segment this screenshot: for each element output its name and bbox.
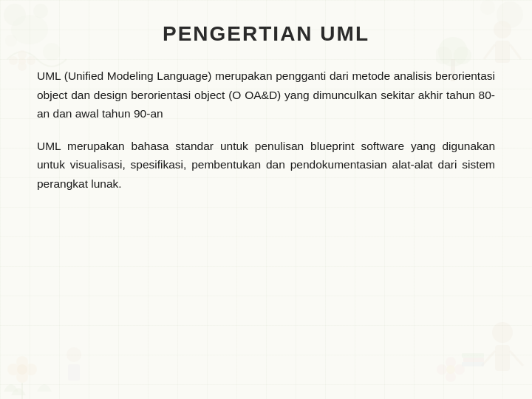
svg-rect-38 (463, 358, 484, 362)
paragraph-1-text: UML (Unified Modeling Language) merupaka… (37, 69, 495, 120)
svg-point-35 (446, 357, 456, 367)
svg-line-31 (510, 351, 523, 366)
svg-point-1 (33, 4, 48, 18)
paragraph-2-text: UML merupakan bahasa standar untuk penul… (37, 140, 495, 190)
deco-bottomright (421, 288, 532, 399)
svg-point-20 (16, 371, 28, 383)
svg-rect-27 (68, 364, 80, 381)
slide-container: PENGERTIAN UML UML (Unified Modeling Lan… (0, 0, 532, 399)
svg-point-21 (25, 364, 37, 375)
svg-point-23 (16, 356, 28, 368)
svg-point-36 (446, 365, 455, 374)
svg-point-11 (480, 0, 495, 15)
svg-point-33 (454, 364, 465, 375)
svg-point-19 (454, 47, 471, 64)
svg-point-26 (66, 347, 81, 362)
svg-rect-39 (462, 353, 484, 358)
svg-point-28 (492, 322, 513, 343)
svg-point-12 (494, 21, 511, 38)
content-area: UML (Unified Modeling Language) merupaka… (37, 66, 495, 193)
svg-point-2 (5, 35, 17, 47)
svg-line-15 (510, 44, 521, 59)
svg-point-9 (18, 58, 26, 65)
svg-point-10 (497, 1, 523, 28)
page-title: PENGERTIAN UML (37, 22, 495, 46)
svg-point-24 (17, 364, 27, 375)
svg-line-30 (482, 351, 495, 366)
svg-point-34 (437, 364, 447, 375)
paragraph-2: UML merupakan bahasa standar untuk penul… (37, 137, 495, 194)
svg-rect-13 (495, 41, 510, 63)
svg-point-6 (27, 56, 35, 65)
svg-point-18 (436, 47, 452, 64)
svg-point-7 (9, 56, 18, 65)
svg-point-0 (4, 4, 26, 26)
svg-point-5 (18, 62, 27, 71)
svg-point-8 (18, 50, 27, 59)
svg-rect-29 (495, 345, 510, 371)
deco-bottomleft (0, 296, 103, 399)
paragraph-1: UML (Unified Modeling Language) merupaka… (37, 66, 495, 123)
svg-rect-37 (462, 362, 484, 366)
svg-point-22 (7, 364, 19, 375)
svg-point-32 (446, 372, 456, 382)
svg-line-14 (484, 44, 495, 59)
